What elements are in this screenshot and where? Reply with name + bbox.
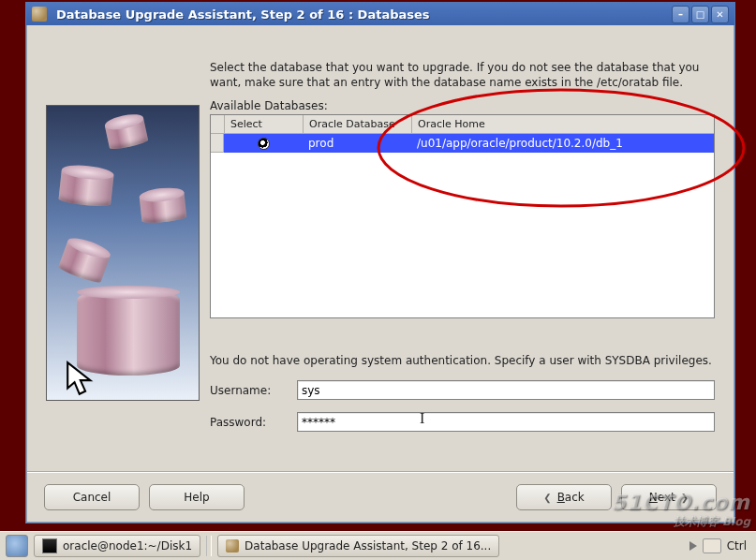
cursor-icon	[64, 359, 103, 398]
keyboard-indicator-icon[interactable]	[703, 538, 721, 553]
column-header-home[interactable]: Oracle Home	[412, 115, 714, 134]
close-button[interactable]: ✕	[711, 6, 729, 23]
available-databases-label: Available Databases:	[210, 99, 328, 112]
back-label: Back	[557, 491, 585, 504]
app-icon	[32, 7, 47, 22]
cylinder-icon	[104, 115, 148, 151]
ctrl-indicator: Ctrl	[727, 539, 747, 553]
cylinder-icon	[58, 167, 114, 208]
taskbar-terminal-label: oracle@node1:~/Disk1	[63, 539, 192, 553]
row-handle	[211, 134, 224, 153]
dialog-client: Select the database that you want to upg…	[27, 26, 734, 522]
column-header-database[interactable]: Oracle Database	[304, 115, 412, 134]
username-row: Username:	[210, 380, 715, 400]
help-label: Help	[184, 491, 209, 504]
next-button[interactable]: Next ❯	[621, 484, 717, 510]
row-select-cell[interactable]	[224, 134, 303, 153]
column-header-select[interactable]: Select	[225, 115, 304, 134]
username-label: Username:	[210, 384, 297, 397]
maximize-button[interactable]: □	[691, 6, 709, 23]
taskbar-divider	[206, 536, 212, 556]
system-tray: Ctrl	[689, 538, 750, 553]
cancel-label: Cancel	[73, 491, 111, 504]
taskbar-app-label: Database Upgrade Assistant, Step 2 of 16…	[245, 539, 491, 553]
table-row[interactable]: prod /u01/app/oracle/product/10.2.0/db_1	[211, 134, 714, 153]
cancel-button[interactable]: Cancel	[44, 484, 140, 510]
terminal-icon	[42, 538, 57, 553]
cylinder-icon	[57, 238, 111, 285]
table-header-row: Select Oracle Database Oracle Home	[211, 115, 714, 134]
row-home-cell: /u01/app/oracle/product/10.2.0/db_1	[411, 134, 714, 153]
username-input[interactable]	[297, 380, 715, 400]
taskbar-item-dbua[interactable]: Database Upgrade Assistant, Step 2 of 16…	[217, 535, 499, 557]
window-title: Database Upgrade Assistant, Step 2 of 16…	[56, 7, 670, 22]
minimize-button[interactable]: –	[672, 6, 689, 23]
chevron-right-icon: ❯	[681, 493, 689, 503]
oracle-icon	[226, 539, 239, 553]
titlebar[interactable]: Database Upgrade Assistant, Step 2 of 16…	[26, 3, 734, 25]
button-bar: Cancel Help ❮ Back Next ❯	[27, 471, 734, 522]
dialog-window: Database Upgrade Assistant, Step 2 of 16…	[25, 2, 735, 523]
start-menu-button[interactable]	[6, 535, 28, 557]
auth-message: You do not have operating system authent…	[210, 354, 715, 367]
databases-table[interactable]: Select Oracle Database Oracle Home prod …	[210, 114, 715, 318]
wizard-side-image	[46, 105, 200, 401]
password-input[interactable]	[297, 412, 715, 432]
password-row: Password:	[210, 412, 715, 432]
cylinder-icon	[139, 190, 186, 225]
taskbar-item-terminal[interactable]: oracle@node1:~/Disk1	[34, 535, 200, 557]
taskbar[interactable]: oracle@node1:~/Disk1 Database Upgrade As…	[0, 531, 756, 560]
next-label: Next	[649, 491, 675, 504]
help-button[interactable]: Help	[149, 484, 245, 510]
speaker-icon[interactable]	[689, 541, 697, 551]
back-button[interactable]: ❮ Back	[516, 484, 612, 510]
row-db-cell: prod	[303, 134, 411, 153]
table-corner	[211, 115, 225, 134]
chevron-left-icon: ❮	[543, 493, 551, 503]
password-label: Password:	[210, 416, 297, 429]
radio-selected-icon[interactable]	[258, 138, 270, 150]
instruction-text: Select the database that you want to upg…	[210, 60, 715, 90]
